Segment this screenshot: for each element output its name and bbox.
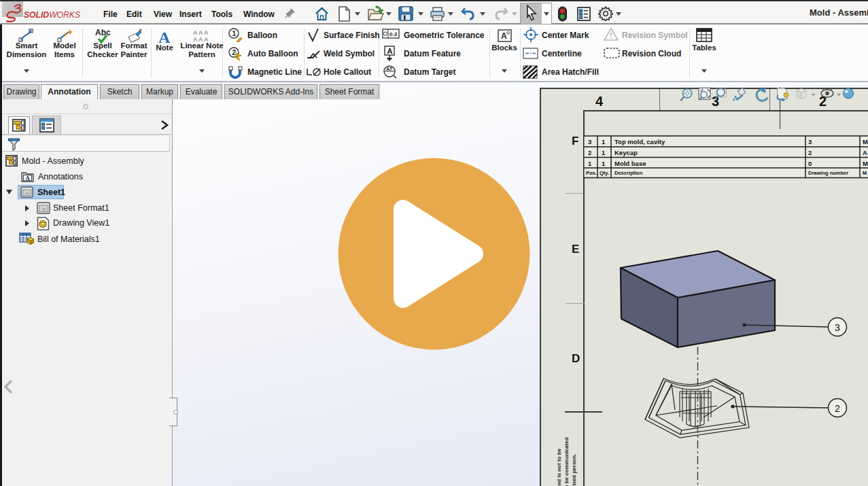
svg-text:2: 2 — [808, 149, 812, 156]
svg-text:A: A — [863, 149, 867, 156]
svg-text:Keycap: Keycap — [614, 149, 638, 156]
svg-text:1: 1 — [588, 160, 592, 167]
svg-text:Top mold, cavity: Top mold, cavity — [614, 138, 665, 145]
svg-text:Qty.: Qty. — [600, 170, 609, 176]
svg-text:A: A — [25, 175, 31, 182]
svg-text:A: A — [501, 31, 507, 41]
svg-text:M: M — [863, 170, 867, 176]
svg-text:0: 0 — [808, 160, 812, 167]
svg-text:Description: Description — [614, 170, 643, 176]
svg-text:1: 1 — [602, 149, 606, 156]
svg-text:M: M — [863, 138, 868, 145]
svg-text:3: 3 — [588, 138, 591, 145]
svg-text:M: M — [863, 160, 868, 167]
svg-text:1: 1 — [232, 30, 237, 37]
svg-text:Pos.: Pos. — [586, 170, 597, 176]
svg-text:3: 3 — [835, 322, 840, 333]
svg-text:A: A — [387, 47, 393, 55]
svg-text:Abc: Abc — [95, 28, 111, 37]
svg-text:A: A — [158, 29, 171, 45]
svg-text:Drawing number: Drawing number — [808, 170, 848, 176]
svg-text:Mold base: Mold base — [614, 160, 646, 167]
svg-text:1: 1 — [602, 160, 606, 167]
svg-text:AAA: AAA — [193, 29, 209, 36]
svg-text:0.3: 0.3 — [389, 31, 398, 37]
svg-text:2: 2 — [835, 403, 840, 414]
svg-text:2: 2 — [588, 149, 591, 156]
svg-text:1: 1 — [602, 138, 606, 145]
svg-text:3: 3 — [808, 138, 812, 145]
svg-text:AT: AT — [386, 66, 393, 72]
